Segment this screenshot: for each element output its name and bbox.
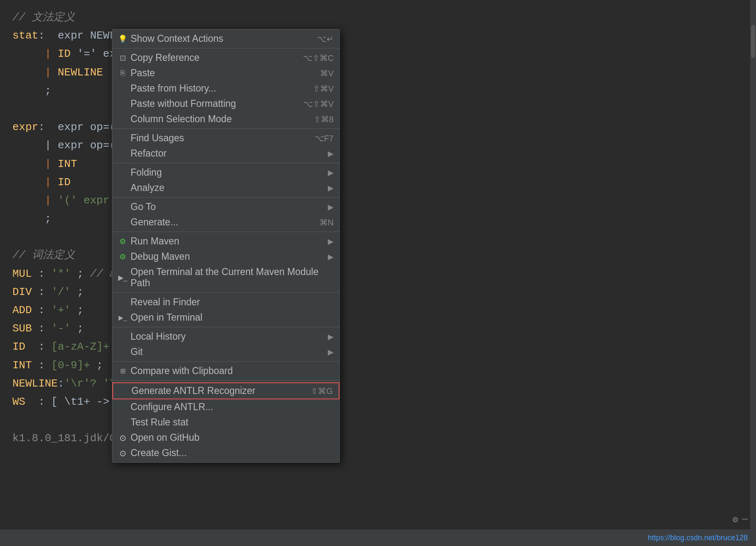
shortcut: ⌥⇧⌘C [303, 53, 334, 63]
menu-label: Configure ANTLR... [131, 401, 213, 413]
menu-item-show-context-actions[interactable]: 💡 Show Context Actions ⌥↵ [112, 31, 339, 46]
github-icon: ⊙ [118, 433, 127, 442]
github-gist-icon: ⊙ [118, 449, 127, 458]
menu-label: Create Gist... [131, 447, 187, 459]
code-line: // 文法定义 [12, 8, 744, 27]
menu-label: Paste [131, 68, 155, 79]
status-bar: https://blog.csdn.net/bruce128 [0, 529, 756, 546]
menu-item-git[interactable]: Git ▶ [112, 344, 339, 360]
menu-label: Show Context Actions [131, 33, 223, 44]
menu-item-compare-clipboard[interactable]: ⊞ Compare with Clipboard [112, 363, 339, 379]
menu-item-configure-antlr[interactable]: Configure ANTLR... [112, 399, 339, 415]
menu-item-column-selection[interactable]: Column Selection Mode ⇧⌘8 [112, 111, 339, 127]
separator [112, 163, 339, 163]
menu-item-generate-antlr[interactable]: Generate ANTLR Recognizer ⇧⌘G [112, 382, 339, 399]
menu-label: Open in Terminal [131, 312, 202, 323]
spacer-icon [118, 348, 127, 357]
menu-label: Copy Reference [131, 52, 199, 63]
menu-item-reveal-in-finder[interactable]: Reveal in Finder [112, 295, 339, 310]
menu-item-find-usages[interactable]: Find Usages ⌥F7 [112, 130, 339, 146]
menu-item-open-in-terminal[interactable]: ▶_ Open in Terminal [112, 310, 339, 325]
shortcut: ⌘V [320, 68, 334, 78]
shortcut: ⌥F7 [315, 133, 334, 143]
menu-item-folding[interactable]: Folding ▶ [112, 165, 339, 180]
menu-item-analyze[interactable]: Analyze ▶ [112, 180, 339, 196]
shortcut: ⌥↵ [317, 34, 334, 44]
menu-item-go-to[interactable]: Go To ▶ [112, 199, 339, 215]
spacer-icon [118, 168, 127, 177]
separator [112, 361, 339, 362]
shortcut: ⇧⌘G [311, 386, 333, 396]
separator [112, 197, 339, 198]
shortcut: ⇧⌘8 [314, 114, 334, 124]
debug-maven-icon: ⚙ [118, 252, 127, 261]
menu-label: Paste from History... [131, 83, 216, 94]
spacer-icon [118, 218, 127, 227]
menu-label: Open Terminal at the Current Maven Modul… [131, 266, 334, 289]
spacer-icon [118, 149, 127, 158]
separator [112, 380, 339, 381]
shortcut: ⌥⇧⌘V [303, 99, 334, 109]
menu-label: Test Rule stat [131, 417, 188, 428]
spacer-icon [118, 99, 127, 109]
menu-label: Open on GitHub [131, 432, 199, 443]
menu-item-open-terminal-maven[interactable]: ▶_ Open Terminal at the Current Maven Mo… [112, 264, 339, 291]
spacer-icon [118, 84, 127, 93]
run-maven-icon: ⚙ [118, 237, 127, 246]
submenu-arrow: ▶ [328, 149, 334, 158]
submenu-arrow: ▶ [328, 237, 334, 246]
menu-item-run-maven[interactable]: ⚙ Run Maven ▶ [112, 234, 339, 249]
menu-label: Paste without Formatting [131, 98, 236, 109]
shortcut: ⇧⌘V [313, 84, 334, 94]
terminal-small-icon: ▶_ [118, 313, 127, 322]
menu-item-copy-reference[interactable]: ⊡ Copy Reference ⌥⇧⌘C [112, 50, 339, 65]
scrollbar-thumb[interactable] [751, 25, 755, 58]
submenu-arrow: ▶ [328, 332, 334, 341]
submenu-arrow: ▶ [328, 252, 334, 261]
spacer-icon [119, 387, 128, 396]
spacer-icon [118, 115, 127, 124]
spacer-icon [118, 298, 127, 307]
separator [112, 292, 339, 293]
menu-label: Folding [131, 167, 162, 178]
submenu-arrow: ▶ [328, 168, 334, 177]
bulb-icon: 💡 [118, 34, 127, 43]
menu-label: Git [131, 346, 143, 358]
menu-item-test-rule[interactable]: Test Rule stat [112, 415, 339, 430]
spacer-icon [118, 403, 127, 412]
menu-item-paste-without-formatting[interactable]: Paste without Formatting ⌥⇧⌘V [112, 96, 339, 111]
menu-item-generate[interactable]: Generate... ⌘N [112, 215, 339, 230]
status-url: https://blog.csdn.net/bruce128 [648, 534, 748, 542]
spacer-icon [118, 184, 127, 193]
menu-label: Go To [131, 201, 156, 213]
menu-item-create-gist[interactable]: ⊙ Create Gist... [112, 445, 339, 461]
editor-toolbar: ⚙ — [733, 514, 748, 525]
submenu-arrow: ▶ [328, 348, 334, 357]
menu-label: Compare with Clipboard [131, 365, 233, 377]
menu-label: Column Selection Mode [131, 114, 232, 125]
paste-icon: ⎘ [118, 69, 127, 78]
copy-icon: ⊡ [118, 53, 127, 63]
menu-item-local-history[interactable]: Local History ▶ [112, 329, 339, 344]
settings-icon[interactable]: ⚙ [733, 514, 738, 525]
scrollbar[interactable] [750, 0, 756, 529]
menu-label: Generate ANTLR Recognizer [131, 385, 255, 396]
shortcut: ⌘N [320, 217, 334, 227]
menu-item-open-on-github[interactable]: ⊙ Open on GitHub [112, 430, 339, 445]
menu-label: Analyze [131, 182, 165, 193]
submenu-arrow: ▶ [328, 184, 334, 193]
menu-label: Local History [131, 331, 186, 342]
menu-item-paste-from-history[interactable]: Paste from History... ⇧⌘V [112, 81, 339, 96]
spacer-icon [118, 418, 127, 427]
menu-item-refactor[interactable]: Refactor ▶ [112, 146, 339, 161]
spacer-icon [118, 134, 127, 143]
compare-icon: ⊞ [118, 367, 127, 376]
spacer-icon [118, 203, 127, 212]
minimize-icon[interactable]: — [742, 514, 748, 525]
separator [112, 128, 339, 129]
menu-item-paste[interactable]: ⎘ Paste ⌘V [112, 65, 339, 81]
menu-label: Find Usages [131, 133, 184, 144]
submenu-arrow: ▶ [328, 203, 334, 212]
separator [112, 48, 339, 48]
menu-item-debug-maven[interactable]: ⚙ Debug Maven ▶ [112, 249, 339, 264]
